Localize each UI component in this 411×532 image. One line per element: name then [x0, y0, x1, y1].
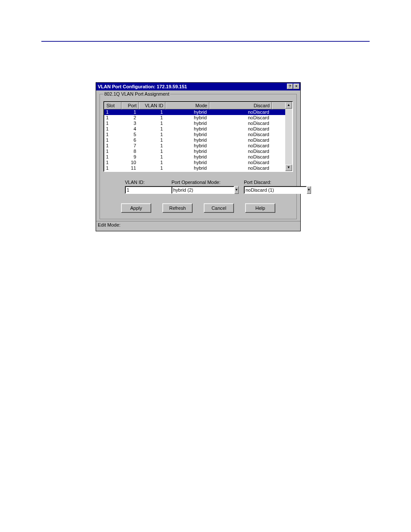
table-cell: hybrid [165, 126, 209, 132]
titlebar: VLAN Port Configuration: 172.19.59.151 ?… [96, 83, 300, 90]
table-cell: hybrid [165, 137, 209, 143]
col-discard[interactable]: Discard [209, 102, 272, 109]
port-assignment-group: 802.1Q VLAN Port Assignment Slot Port VL… [100, 94, 297, 219]
table-row[interactable]: 151hybridnoDiscard [104, 132, 292, 137]
table-cell: 8 [121, 149, 139, 154]
table-cell: 7 [121, 143, 139, 149]
table-cell: noDiscard [209, 165, 272, 171]
vlanid-label: VLAN ID: [125, 180, 154, 185]
table-cell: hybrid [165, 115, 209, 121]
table-cell: 1 [139, 165, 165, 171]
opmode-dropdown-icon[interactable]: ▼ [234, 186, 239, 194]
scroll-track[interactable] [285, 109, 292, 165]
discard-input[interactable] [244, 186, 307, 194]
table-cell: 1 [139, 126, 165, 132]
table-cell: 1 [139, 109, 165, 115]
table-cell: 1 [104, 149, 121, 154]
opmode-label: Port Operational Mode: [171, 180, 227, 185]
table-cell: noDiscard [209, 154, 272, 160]
col-vlanid[interactable]: VLAN ID [139, 102, 165, 109]
table-cell: hybrid [165, 121, 209, 126]
refresh-button[interactable]: Refresh [162, 203, 193, 213]
table-row[interactable]: 1101hybridnoDiscard [104, 160, 292, 165]
table-cell: noDiscard [209, 132, 272, 137]
table-cell: 1 [104, 143, 121, 149]
table-cell: 10 [121, 160, 139, 165]
table-cell: 1 [104, 165, 121, 171]
table-cell: hybrid [165, 154, 209, 160]
help-button[interactable]: Help [245, 203, 275, 213]
table-cell: 1 [139, 160, 165, 165]
apply-button[interactable]: Apply [121, 203, 151, 213]
table-cell: noDiscard [209, 143, 272, 149]
table-row[interactable]: 131hybridnoDiscard [104, 121, 292, 126]
col-slot[interactable]: Slot [104, 102, 121, 109]
table-cell: 1 [139, 143, 165, 149]
table-cell: 11 [121, 165, 139, 171]
discard-field: Port Discard: ▼ [244, 180, 301, 194]
table-cell: 1 [104, 137, 121, 143]
table-row[interactable]: 181hybridnoDiscard [104, 149, 292, 154]
table-cell: 2 [121, 115, 139, 121]
discard-dropdown-icon[interactable]: ▼ [307, 186, 311, 194]
table-cell: noDiscard [209, 149, 272, 154]
table-cell: hybrid [165, 143, 209, 149]
table-cell: 5 [121, 132, 139, 137]
table-cell: noDiscard [209, 115, 272, 121]
groupbox-title: 802.1Q VLAN Port Assignment [103, 91, 170, 96]
table-vscrollbar[interactable]: ▲ ▼ [285, 102, 292, 171]
table-row[interactable]: 1111hybridnoDiscard [104, 165, 292, 171]
table-row[interactable]: 121hybridnoDiscard [104, 115, 292, 121]
table-cell: 1 [139, 115, 165, 121]
table-cell: hybrid [165, 132, 209, 137]
close-icon[interactable]: × [293, 84, 299, 89]
port-assignment-table[interactable]: Slot Port VLAN ID Mode Discard 111hybrid… [103, 101, 293, 172]
table-cell: noDiscard [209, 126, 272, 132]
table-cell: hybrid [165, 160, 209, 165]
table-cell: 1 [104, 132, 121, 137]
statusbar: Edit Mode: [96, 221, 300, 231]
table-cell: 1 [139, 132, 165, 137]
table-cell: hybrid [165, 149, 209, 154]
table-cell: hybrid [165, 165, 209, 171]
table-cell: noDiscard [209, 109, 272, 115]
table-cell: 1 [139, 121, 165, 126]
table-row[interactable]: 191hybridnoDiscard [104, 154, 292, 160]
discard-label: Port Discard: [244, 180, 301, 185]
col-port[interactable]: Port [121, 102, 139, 109]
opmode-input[interactable] [171, 186, 234, 194]
table-cell: noDiscard [209, 137, 272, 143]
vlan-port-config-dialog: VLAN Port Configuration: 172.19.59.151 ?… [96, 82, 301, 231]
scroll-down-icon[interactable]: ▼ [285, 165, 292, 171]
table-cell: 4 [121, 126, 139, 132]
table-row[interactable]: 171hybridnoDiscard [104, 143, 292, 149]
opmode-field: Port Operational Mode: ▼ [171, 180, 227, 194]
table-cell: hybrid [165, 109, 209, 115]
table-cell: noDiscard [209, 121, 272, 126]
table-cell: 1 [104, 121, 121, 126]
table-cell: 1 [121, 109, 139, 115]
window-title: VLAN Port Configuration: 172.19.59.151 [98, 84, 187, 89]
table-cell: 9 [121, 154, 139, 160]
table-cell: 1 [104, 154, 121, 160]
table-cell: 1 [139, 149, 165, 154]
col-mode[interactable]: Mode [165, 102, 209, 109]
table-cell: 1 [139, 154, 165, 160]
table-row[interactable]: 111hybridnoDiscard [104, 109, 292, 115]
table-cell: 1 [104, 109, 121, 115]
table-header-row: Slot Port VLAN ID Mode Discard [104, 102, 292, 109]
status-text: Edit Mode: [98, 222, 121, 227]
scroll-up-icon[interactable]: ▲ [285, 102, 292, 109]
table-row[interactable]: 141hybridnoDiscard [104, 126, 292, 132]
table-row[interactable]: 161hybridnoDiscard [104, 137, 292, 143]
table-cell: 1 [104, 115, 121, 121]
table-cell: 3 [121, 121, 139, 126]
table-cell: 6 [121, 137, 139, 143]
page-divider [41, 41, 370, 42]
cancel-button[interactable]: Cancel [204, 203, 234, 213]
table-cell: 1 [104, 126, 121, 132]
vlanid-field: VLAN ID: ▼ [125, 180, 154, 194]
table-cell: 1 [139, 137, 165, 143]
table-cell: noDiscard [209, 160, 272, 165]
help-icon[interactable]: ? [287, 84, 293, 89]
